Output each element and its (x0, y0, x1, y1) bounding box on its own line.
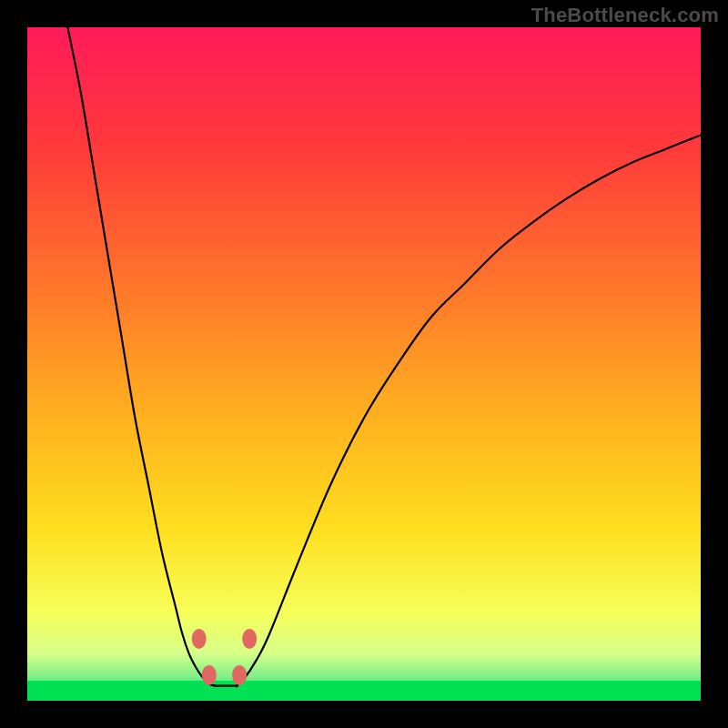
curve-marker (202, 665, 217, 685)
plot-area (27, 27, 701, 701)
watermark-text: TheBottleneck.com (531, 4, 719, 27)
curve-layer (27, 27, 701, 701)
chart-frame: TheBottleneck.com (0, 0, 728, 728)
curve-marker (242, 629, 257, 649)
curve-marker (192, 629, 207, 649)
bottleneck-curve (67, 27, 701, 686)
curve-marker (232, 665, 247, 685)
